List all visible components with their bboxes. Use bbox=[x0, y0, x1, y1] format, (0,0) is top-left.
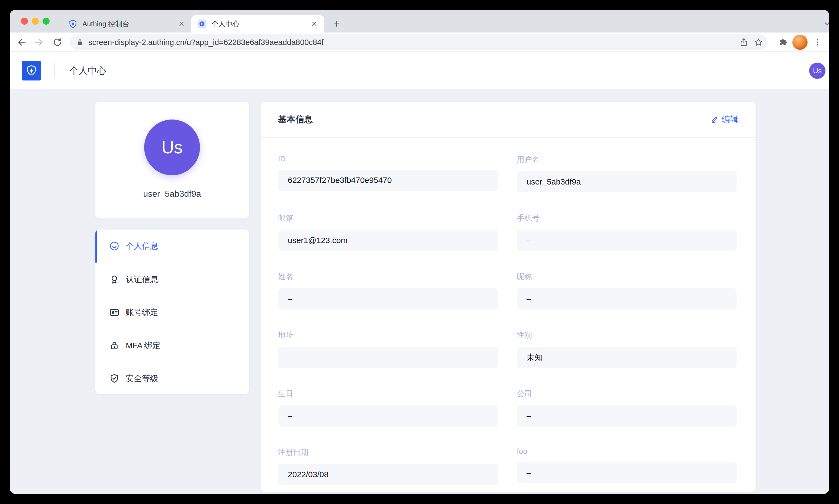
field-id: ID 6227357f27be3fb470e95470 bbox=[278, 155, 498, 192]
user-center-icon bbox=[197, 19, 207, 29]
lock-icon bbox=[76, 38, 84, 46]
url-text: screen-display-2.authing.cn/u?app_id=622… bbox=[88, 38, 738, 47]
tab-close-icon[interactable] bbox=[177, 19, 186, 29]
field-label: 注册日期 bbox=[278, 447, 498, 457]
field-foo: foo – bbox=[517, 447, 736, 485]
tab-close-icon[interactable] bbox=[309, 19, 319, 29]
field-birthday: 生日 – bbox=[278, 389, 498, 427]
sidebar-item-label: 个人信息 bbox=[126, 240, 158, 252]
field-label: 手机号 bbox=[517, 213, 736, 223]
field-nickname: 昵称 – bbox=[517, 271, 736, 309]
back-icon[interactable] bbox=[16, 36, 28, 48]
extensions-puzzle-icon[interactable] bbox=[778, 35, 788, 50]
field-label: ID bbox=[278, 155, 498, 163]
share-icon[interactable] bbox=[738, 37, 749, 48]
header-divider bbox=[54, 63, 55, 78]
sidebar-item-security-level[interactable]: 安全等级 bbox=[95, 362, 249, 394]
username-text: user_5ab3df9a bbox=[143, 189, 201, 199]
field-value: user_5ab3df9a bbox=[517, 171, 736, 192]
smile-icon bbox=[109, 240, 120, 251]
field-label: 地址 bbox=[278, 330, 498, 340]
tabstrip-chevron-icon[interactable] bbox=[822, 18, 829, 29]
basic-info-panel: 基本信息 编辑 ID 6227357f27be3fb470e95470 用户名 … bbox=[260, 101, 756, 492]
browser-window: Authing 控制台 个人中心 bbox=[10, 10, 829, 494]
field-label: 性别 bbox=[517, 330, 736, 340]
field-email: 邮箱 user1@123.com bbox=[278, 213, 498, 251]
field-value: user1@123.com bbox=[278, 230, 498, 251]
pencil-icon bbox=[711, 115, 719, 124]
field-label: 邮箱 bbox=[278, 213, 498, 223]
user-avatar-large: Us bbox=[144, 120, 200, 175]
url-bar[interactable]: screen-display-2.authing.cn/u?app_id=622… bbox=[70, 34, 768, 50]
sidebar-item-label: 账号绑定 bbox=[126, 307, 158, 318]
window-close-button[interactable] bbox=[21, 18, 28, 25]
edit-label: 编辑 bbox=[722, 114, 738, 125]
menu-dots-icon[interactable] bbox=[812, 35, 823, 50]
forward-icon[interactable] bbox=[33, 36, 45, 48]
window-minimize-button[interactable] bbox=[32, 18, 39, 25]
panel-header: 基本信息 编辑 bbox=[261, 102, 755, 138]
field-register-date: 注册日期 2022/03/08 bbox=[278, 447, 498, 485]
reload-icon[interactable] bbox=[52, 36, 64, 48]
authing-shield-icon bbox=[68, 19, 77, 29]
sidebar-item-label: 认证信息 bbox=[126, 274, 158, 285]
new-tab-plus-icon[interactable] bbox=[331, 18, 342, 29]
field-value: – bbox=[517, 230, 736, 251]
field-value: 未知 bbox=[517, 347, 736, 368]
page-content: Us user_5ab3df9a 个人信息 认证信息 账号绑定 MFA 绑定 bbox=[10, 89, 829, 494]
field-address: 地址 – bbox=[278, 330, 498, 368]
field-label: 昵称 bbox=[517, 271, 736, 282]
tab-label: Authing 控制台 bbox=[83, 19, 177, 29]
tab-label: 个人中心 bbox=[211, 19, 309, 29]
field-name: 姓名 – bbox=[278, 271, 498, 309]
sidebar-item-auth-info[interactable]: 认证信息 bbox=[95, 263, 249, 295]
id-card-icon bbox=[109, 307, 120, 318]
lock-icon bbox=[109, 340, 120, 351]
field-company: 公司 – bbox=[517, 389, 736, 427]
panel-title: 基本信息 bbox=[278, 113, 711, 125]
field-label: 生日 bbox=[278, 389, 498, 399]
sidebar-item-label: 安全等级 bbox=[126, 373, 158, 384]
user-avatar-small[interactable]: Us bbox=[809, 62, 825, 79]
authing-logo bbox=[22, 61, 41, 80]
sidebar-item-mfa-binding[interactable]: MFA 绑定 bbox=[95, 329, 249, 362]
page-title: 个人中心 bbox=[69, 52, 106, 89]
profile-card: Us user_5ab3df9a bbox=[95, 101, 249, 219]
app-header: 个人中心 Us bbox=[10, 52, 829, 89]
field-value: – bbox=[278, 347, 498, 368]
field-value: – bbox=[517, 288, 736, 309]
field-value: – bbox=[278, 288, 498, 309]
sidebar-item-account-binding[interactable]: 账号绑定 bbox=[95, 295, 249, 329]
tab-strip: Authing 控制台 个人中心 bbox=[10, 10, 829, 33]
field-label: 用户名 bbox=[517, 155, 736, 165]
sidebar-item-personal-info[interactable]: 个人信息 bbox=[95, 230, 249, 263]
field-gender: 性别 未知 bbox=[517, 330, 736, 368]
browser-toolbar: screen-display-2.authing.cn/u?app_id=622… bbox=[10, 33, 829, 52]
field-label: foo bbox=[517, 447, 736, 456]
field-phone: 手机号 – bbox=[517, 213, 736, 251]
sidebar-menu: 个人信息 认证信息 账号绑定 MFA 绑定 安全等级 bbox=[95, 229, 249, 394]
shield-check-icon bbox=[109, 373, 120, 384]
sidebar-item-label: MFA 绑定 bbox=[126, 340, 160, 351]
bookmark-star-icon[interactable] bbox=[753, 37, 764, 48]
window-zoom-button[interactable] bbox=[42, 18, 50, 25]
field-value: 6227357f27be3fb470e95470 bbox=[278, 169, 498, 191]
field-username: 用户名 user_5ab3df9a bbox=[517, 155, 736, 192]
field-value: – bbox=[517, 406, 736, 427]
field-value: – bbox=[517, 462, 736, 483]
edit-button[interactable]: 编辑 bbox=[711, 114, 738, 125]
field-label: 公司 bbox=[517, 389, 736, 399]
panel-body: ID 6227357f27be3fb470e95470 用户名 user_5ab… bbox=[261, 138, 755, 485]
field-label: 姓名 bbox=[278, 271, 498, 282]
field-value: 2022/03/08 bbox=[278, 464, 498, 485]
browser-profile-avatar[interactable] bbox=[792, 35, 807, 50]
tab-authing-console[interactable]: Authing 控制台 bbox=[62, 15, 191, 33]
field-value: – bbox=[278, 406, 498, 427]
tab-personal-center[interactable]: 个人中心 bbox=[191, 15, 324, 33]
medal-icon bbox=[109, 274, 120, 285]
